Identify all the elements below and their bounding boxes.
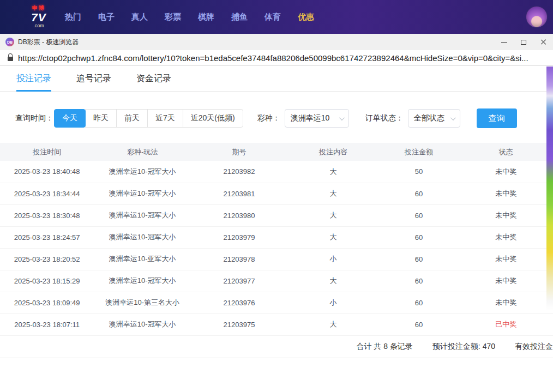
cell-status: 未中奖 — [459, 204, 553, 226]
window-controls — [494, 34, 553, 50]
lottery-select[interactable]: 澳洲幸运10 — [285, 109, 349, 128]
summary-expected-amount: 预计投注金额: 470 — [432, 342, 495, 352]
user-avatar[interactable] — [526, 6, 548, 28]
table-header-cell: 投注时间 — [0, 143, 94, 161]
close-icon — [540, 39, 546, 45]
cell-bet-content: 大 — [287, 204, 378, 226]
cell-status: 未中奖 — [459, 226, 553, 248]
time-filter-button[interactable]: 前天 — [116, 109, 148, 128]
cell-issue-number: 21203975 — [191, 313, 287, 335]
tab[interactable]: 投注记录 — [16, 66, 51, 91]
table-row: 2025-03-23 18:24:57 澳洲幸运10-冠军大小 21203979… — [0, 226, 553, 248]
nav-item[interactable]: 电子 — [98, 12, 115, 22]
filter-bar: 查询时间： 今天昨天前天近7天近20天(低频) 彩种： 澳洲幸运10 订单状态：… — [0, 108, 553, 128]
cell-bet-content: 小 — [287, 248, 378, 270]
cell-issue-number: 21203979 — [191, 226, 287, 248]
nav-item[interactable]: 捕鱼 — [231, 12, 248, 22]
cell-bet-content: 小 — [287, 292, 378, 313]
chevron-down-icon — [339, 115, 345, 120]
cell-game-play: 澳洲幸运10-冠军大小 — [94, 313, 190, 335]
nav-item[interactable]: 彩票 — [165, 12, 181, 22]
chevron-down-icon — [450, 115, 456, 120]
cell-status: 未中奖 — [459, 161, 553, 183]
browser-icon-text: DB — [7, 40, 13, 44]
cell-issue-number: 21203980 — [191, 204, 287, 226]
record-tabs: 投注记录追号记录资金记录 — [0, 66, 553, 92]
nav-item[interactable]: 棋牌 — [198, 12, 214, 22]
lottery-filter-label: 彩种： — [257, 113, 280, 123]
logo-text-top: 申博 — [25, 5, 53, 11]
cell-game-play: 澳洲幸运10-冠军大小 — [94, 161, 190, 183]
search-button[interactable]: 查询 — [477, 108, 517, 128]
tab[interactable]: 追号记录 — [76, 66, 111, 91]
time-filter-button[interactable]: 近7天 — [147, 109, 183, 128]
site-logo[interactable]: 申博 7V .com — [25, 5, 53, 28]
cell-issue-number: 21203981 — [191, 183, 287, 204]
cell-status: 未中奖 — [459, 183, 553, 204]
cell-game-play: 澳洲幸运10-冠军大小 — [94, 183, 190, 204]
cell-bet-amount: 60 — [379, 248, 459, 270]
cell-bet-amount: 60 — [379, 313, 459, 335]
status-filter-label: 订单状态： — [365, 113, 404, 123]
cell-bet-time: 2025-03-23 18:15:29 — [0, 270, 94, 292]
cell-bet-content: 大 — [287, 161, 378, 183]
table-row: 2025-03-23 18:07:11 澳洲幸运10-冠军大小 21203975… — [0, 313, 553, 335]
table-header-cell: 投注内容 — [287, 143, 378, 161]
cell-game-play: 澳洲幸运10-第三名大小 — [94, 292, 190, 313]
status-select[interactable]: 全部状态 — [408, 109, 460, 128]
nav-menu: 热门电子真人彩票棋牌捕鱼体育优惠 — [65, 12, 314, 22]
browser-url-bar[interactable]: https://ctop02pchwp1.zfnc84.com/lottery/… — [0, 50, 553, 66]
maximize-button[interactable] — [514, 34, 533, 50]
cell-issue-number: 21203982 — [191, 161, 287, 183]
time-filter-button[interactable]: 近20天(低频) — [183, 109, 243, 128]
cell-bet-time: 2025-03-23 18:34:44 — [0, 183, 94, 204]
bet-records-table: 投注时间彩种-玩法期号投注内容投注金额状态 2025-03-23 18:40:4… — [0, 143, 553, 336]
table-row: 2025-03-23 18:30:48 澳洲幸运10-冠军大小 21203980… — [0, 204, 553, 226]
tab[interactable]: 资金记录 — [136, 66, 171, 91]
nav-item[interactable]: 真人 — [131, 12, 148, 22]
table-row: 2025-03-23 18:15:29 澳洲幸运10-冠军大小 21203977… — [0, 270, 553, 292]
table-row: 2025-03-23 18:20:52 澳洲幸运10-亚军大小 21203978… — [0, 248, 553, 270]
cell-bet-time: 2025-03-23 18:09:49 — [0, 292, 94, 313]
cell-bet-amount: 50 — [379, 161, 459, 183]
time-filter-button[interactable]: 昨天 — [85, 109, 117, 128]
cell-bet-amount: 60 — [379, 204, 459, 226]
table-header-cell: 期号 — [191, 143, 287, 161]
cell-bet-time: 2025-03-23 18:30:48 — [0, 204, 94, 226]
page-content: 投注记录追号记录资金记录 查询时间： 今天昨天前天近7天近20天(低频) 彩种：… — [0, 66, 553, 392]
close-button[interactable] — [533, 34, 553, 50]
cell-status: 已中奖 — [459, 313, 553, 335]
lottery-select-value: 澳洲幸运10 — [291, 113, 330, 123]
summary-bar: 合计 共 8 条记录 预计投注金额: 470 有效投注金额 — [0, 336, 553, 358]
time-filter-label: 查询时间： — [15, 113, 53, 123]
nav-item[interactable]: 体育 — [265, 12, 281, 22]
cell-bet-content: 大 — [287, 226, 378, 248]
cell-issue-number: 21203977 — [191, 270, 287, 292]
table-header-row: 投注时间彩种-玩法期号投注内容投注金额状态 — [0, 143, 553, 161]
top-navigation: 申博 7V .com 热门电子真人彩票棋牌捕鱼体育优惠 — [0, 0, 553, 34]
table-row: 2025-03-23 18:40:48 澳洲幸运10-冠军大小 21203982… — [0, 161, 553, 183]
cell-status: 未中奖 — [459, 292, 553, 313]
nav-item[interactable]: 热门 — [65, 12, 81, 22]
cell-status: 未中奖 — [459, 248, 553, 270]
cell-game-play: 澳洲幸运10-冠军大小 — [94, 270, 190, 292]
cell-bet-amount: 60 — [379, 183, 459, 204]
table-header-cell: 状态 — [459, 143, 553, 161]
cell-status: 未中奖 — [459, 270, 553, 292]
cell-issue-number: 21203976 — [191, 292, 287, 313]
cell-game-play: 澳洲幸运10-冠军大小 — [94, 226, 190, 248]
table-row: 2025-03-23 18:09:49 澳洲幸运10-第三名大小 2120397… — [0, 292, 553, 313]
cell-game-play: 澳洲幸运10-亚军大小 — [94, 248, 190, 270]
titlebar-left: DB DB彩票 - 极速浏览器 — [0, 38, 79, 47]
cell-bet-time: 2025-03-23 18:40:48 — [0, 161, 94, 183]
cell-issue-number: 21203978 — [191, 248, 287, 270]
cell-bet-content: 大 — [287, 270, 378, 292]
minimize-button[interactable] — [494, 34, 514, 50]
summary-total: 合计 共 8 条记录 — [356, 342, 412, 352]
time-filter-button[interactable]: 今天 — [54, 109, 86, 128]
url-text[interactable]: https://ctop02pchwp1.zfnc84.com/lottery/… — [18, 53, 528, 63]
cell-bet-amount: 60 — [379, 292, 459, 313]
nav-item[interactable]: 优惠 — [298, 12, 314, 22]
background-strip — [546, 67, 553, 311]
table-header-cell: 投注金额 — [379, 143, 459, 161]
